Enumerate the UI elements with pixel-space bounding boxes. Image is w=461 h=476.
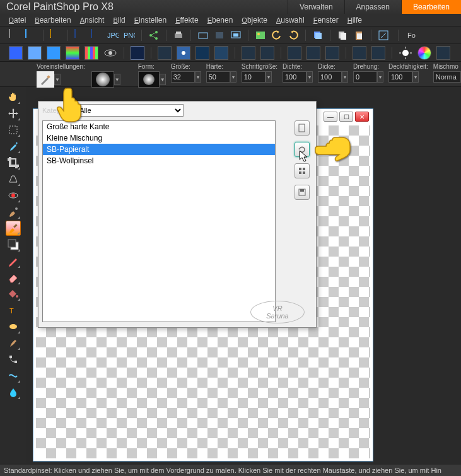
- window-close-button[interactable]: ✕: [355, 112, 369, 122]
- preset-list[interactable]: Große harte Kante Kleine Mischung SB-Pap…: [42, 120, 276, 322]
- copy-icon[interactable]: [337, 30, 348, 41]
- hardness-field[interactable]: 50: [206, 71, 230, 83]
- saveas-icon[interactable]: [91, 30, 102, 41]
- paste-icon[interactable]: [353, 30, 365, 41]
- new2-icon[interactable]: [25, 30, 37, 41]
- preset-brush-icon[interactable]: [37, 71, 54, 88]
- image-icon[interactable]: [255, 30, 266, 41]
- perspective-tool[interactable]: [6, 171, 21, 187]
- new-icon[interactable]: [9, 30, 20, 41]
- brightness-icon[interactable]: [399, 46, 412, 60]
- screenshot-icon[interactable]: [230, 30, 242, 41]
- oil-tool[interactable]: [6, 385, 21, 400]
- twain-icon[interactable]: [197, 30, 209, 41]
- menu-fenster[interactable]: Fenster: [313, 16, 339, 25]
- preset-grid-button[interactable]: [295, 163, 310, 178]
- brush-form-dropdown[interactable]: ▼: [160, 74, 166, 85]
- shape-tool[interactable]: [6, 319, 21, 334]
- align-center-icon[interactable]: [158, 46, 172, 60]
- fx-1-icon[interactable]: [131, 46, 144, 60]
- layers-icon[interactable]: [312, 30, 324, 41]
- flip-h-icon[interactable]: [353, 46, 366, 60]
- fg-bg-swatch[interactable]: [6, 237, 21, 252]
- brush-form-preview[interactable]: [138, 71, 160, 88]
- menu-hilfe[interactable]: Hilfe: [347, 16, 362, 25]
- warp-tool[interactable]: [6, 368, 21, 383]
- swatch-4[interactable]: [66, 46, 79, 60]
- flip-v-icon[interactable]: [371, 46, 385, 60]
- swatch-1[interactable]: [9, 46, 23, 60]
- node-tool[interactable]: [6, 352, 21, 367]
- undo-icon[interactable]: [271, 30, 283, 41]
- smudge-tool[interactable]: [6, 335, 21, 351]
- menu-objekte[interactable]: Objekte: [242, 16, 267, 25]
- step-spinner[interactable]: ▾: [266, 71, 272, 83]
- density-field[interactable]: 100: [283, 71, 306, 83]
- fill-tool[interactable]: [6, 286, 21, 301]
- tab-bearbeiten[interactable]: Bearbeiten: [401, 0, 461, 14]
- menu-ebenen[interactable]: Ebenen: [207, 16, 233, 25]
- preset-dropdown[interactable]: ▼: [54, 74, 61, 85]
- grid-icon[interactable]: [214, 46, 228, 60]
- open-icon[interactable]: [50, 30, 61, 41]
- swatch-2[interactable]: [28, 46, 42, 60]
- menu-bild[interactable]: Bild: [113, 16, 125, 25]
- dropper-tool[interactable]: [6, 139, 21, 154]
- preset-file-button[interactable]: [295, 120, 310, 136]
- size-field[interactable]: 32: [171, 71, 195, 83]
- preset-save-button[interactable]: [295, 185, 310, 200]
- selection-tool[interactable]: [6, 122, 21, 137]
- opacity-field[interactable]: 100: [388, 71, 412, 83]
- menu-auswahl[interactable]: Auswahl: [276, 16, 305, 25]
- rotation-field[interactable]: 0: [353, 71, 377, 83]
- pen-draw-tool[interactable]: [6, 253, 21, 269]
- thickness-field[interactable]: 100: [318, 71, 342, 83]
- crop2-icon[interactable]: [242, 46, 255, 60]
- list-item[interactable]: SB-Wollpinsel: [43, 155, 275, 166]
- save-icon[interactable]: [74, 30, 86, 41]
- step-field[interactable]: 10: [242, 71, 266, 83]
- print-icon[interactable]: [173, 30, 184, 41]
- preset-shape-preview[interactable]: [91, 71, 114, 88]
- thickness-spinner[interactable]: ▾: [342, 71, 348, 83]
- preset-shape-dropdown[interactable]: ▼: [114, 74, 120, 85]
- clone-tool[interactable]: [6, 204, 21, 219]
- resize-icon[interactable]: [378, 30, 389, 41]
- blend-field[interactable]: Norma: [433, 71, 461, 83]
- menu-bearbeiten[interactable]: Bearbeiten: [35, 16, 71, 25]
- preset-refresh-button[interactable]: [295, 142, 310, 157]
- swatch-5[interactable]: [85, 46, 98, 60]
- density-spinner[interactable]: ▾: [306, 71, 313, 83]
- category-select[interactable]: Alle: [76, 104, 184, 117]
- paintbrush-tool[interactable]: [6, 221, 21, 236]
- rect-icon[interactable]: [195, 46, 209, 60]
- share-icon[interactable]: [148, 30, 160, 41]
- export-png-icon[interactable]: PNG: [124, 30, 135, 41]
- list-item[interactable]: Große harte Kante: [43, 121, 275, 132]
- swatch-3[interactable]: [47, 46, 61, 60]
- pen-icon[interactable]: [288, 46, 301, 60]
- export-jpg-icon[interactable]: JPG: [107, 30, 119, 41]
- pan-tool[interactable]: [6, 90, 21, 105]
- compass-icon[interactable]: [306, 46, 320, 60]
- menu-einstellen[interactable]: Einstellen: [134, 16, 166, 25]
- menu-datei[interactable]: Datei: [9, 16, 26, 25]
- move-tool[interactable]: [6, 106, 21, 121]
- menu-ansicht[interactable]: Ansicht: [80, 16, 105, 25]
- window-maximize-button[interactable]: ☐: [339, 112, 353, 122]
- list-item[interactable]: SB-Papieralt: [43, 144, 275, 155]
- eye-icon[interactable]: [103, 46, 117, 60]
- opacity-spinner[interactable]: ▾: [412, 71, 419, 83]
- menu-effekte[interactable]: Effekte: [175, 16, 198, 25]
- refine-icon[interactable]: [325, 46, 339, 60]
- size-spinner[interactable]: ▾: [195, 71, 201, 83]
- rotation-spinner[interactable]: ▾: [377, 71, 383, 83]
- redo-icon[interactable]: [288, 30, 299, 41]
- crop-tool[interactable]: [6, 155, 21, 170]
- eraser-tool[interactable]: [6, 270, 21, 285]
- window-minimize-button[interactable]: —: [324, 112, 337, 122]
- tab-verwalten[interactable]: Verwalten: [288, 0, 344, 14]
- sel-icon[interactable]: [260, 46, 274, 60]
- text-tool[interactable]: T: [6, 303, 21, 318]
- tab-anpassen[interactable]: Anpassen: [344, 0, 401, 14]
